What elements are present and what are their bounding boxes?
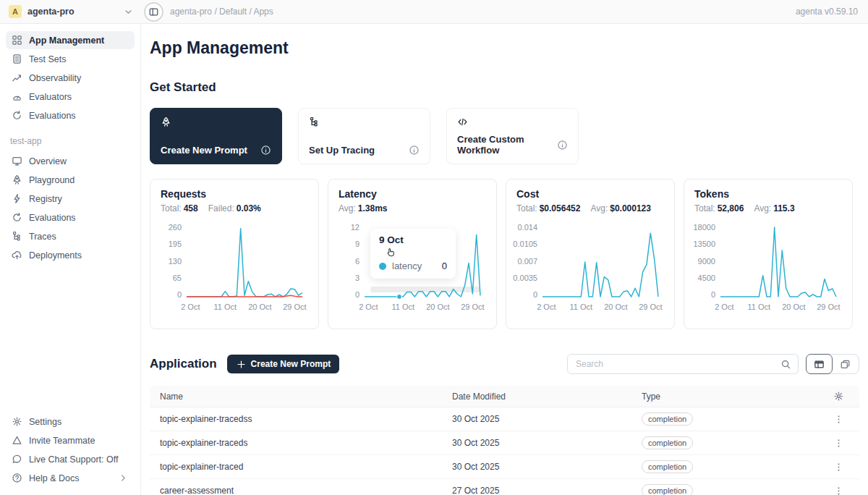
sidebar-item-live-chat-support-off[interactable]: Live Chat Support: Off: [6, 450, 135, 468]
y-axis-ticks: 129630: [339, 224, 365, 299]
sidebar-item-evaluations[interactable]: Evaluations: [6, 208, 135, 227]
info-icon[interactable]: [409, 145, 420, 156]
sidebar-app-section-label: test-app: [6, 125, 135, 152]
application-title: Application: [150, 357, 217, 371]
sidebar-main-nav: App ManagementTest SetsObservabilityEval…: [6, 31, 135, 125]
tracing-tree-icon: [309, 117, 420, 127]
sidebar-item-label: Registry: [29, 194, 129, 204]
sidebar-item-help-docs[interactable]: Help & Docs: [6, 469, 135, 487]
sidebar-item-label: Settings: [29, 417, 129, 427]
table-view-button[interactable]: [806, 354, 833, 374]
tooltip-date: 9 Oct: [379, 234, 447, 245]
main-content: App Management Get Started Create New Pr…: [142, 24, 868, 495]
metrics-charts: Requests Total:458 Failed:0.03% 26019513…: [150, 179, 859, 329]
bolt-icon: [12, 193, 22, 204]
sidebar-item-observability[interactable]: Observability: [6, 69, 135, 87]
sidebar-item-traces[interactable]: Traces: [6, 227, 135, 245]
breadcrumb: agenta-pro / Default / Apps: [170, 7, 796, 17]
sidebar-item-deployments[interactable]: Deployments: [6, 246, 135, 264]
gear-icon: [12, 416, 22, 427]
rocket-icon: [161, 117, 271, 127]
chart-stats: Total:$0.056452 Avg:$0.000123: [516, 203, 664, 213]
x-axis-ticks: 2 Oct11 Oct20 Oct29 Oct: [720, 302, 836, 312]
x-axis-ticks: 2 Oct11 Oct20 Oct29 Oct: [365, 302, 480, 312]
table-header-row: Name Date Modified Type: [150, 386, 859, 407]
chart-tooltip: 9 Oct latency 0: [370, 229, 456, 279]
tooltip-series-name: latency: [392, 261, 422, 271]
sidebar-item-overview[interactable]: Overview: [6, 152, 135, 170]
row-menu-dots-icon[interactable]: [833, 414, 844, 425]
search-input[interactable]: [574, 358, 780, 370]
refresh-icon: [12, 110, 22, 121]
collapse-sidebar-button[interactable]: [144, 2, 163, 22]
sidebar-item-app-management[interactable]: App Management: [6, 31, 135, 49]
info-icon[interactable]: [557, 140, 568, 151]
table-row[interactable]: topic-explainer-traced30 Oct 2025complet…: [150, 455, 859, 479]
table-row[interactable]: topic-explainer-tracedss30 Oct 2025compl…: [150, 407, 859, 431]
sidebar-item-label: Test Sets: [29, 54, 129, 64]
sidebar-app-nav: OverviewPlaygroundRegistryEvaluationsTra…: [6, 152, 135, 265]
app-date-modified: 30 Oct 2025: [442, 438, 631, 448]
series-dot: [379, 263, 386, 270]
workspace-selector[interactable]: A agenta-pro: [0, 5, 141, 18]
sidebar-item-label: Playground: [29, 175, 129, 185]
sidebar-item-evaluators[interactable]: Evaluators: [6, 88, 135, 106]
column-header-date-modified[interactable]: Date Modified: [442, 392, 631, 402]
column-settings-gear-icon[interactable]: [833, 391, 844, 402]
create-new-prompt-card[interactable]: Create New Prompt: [150, 108, 282, 164]
table-row[interactable]: topic-explainer-traceds30 Oct 2025comple…: [150, 431, 859, 455]
row-menu-dots-icon[interactable]: [833, 438, 844, 449]
app-type: completion: [631, 436, 817, 449]
chart-title: Cost: [516, 188, 664, 200]
sidebar-item-label: Evaluations: [29, 111, 129, 121]
sidebar-item-registry[interactable]: Registry: [6, 190, 135, 208]
type-badge: completion: [642, 460, 693, 473]
sidebar-item-settings[interactable]: Settings: [6, 412, 135, 431]
app-date-modified: 30 Oct 2025: [442, 462, 631, 472]
get-started-cards: Create New Prompt Set Up Tracing Create …: [150, 108, 859, 164]
cloud-up-icon: [12, 250, 22, 261]
tooltip-series-value: 0: [429, 261, 447, 271]
app-date-modified: 30 Oct 2025: [442, 414, 631, 424]
create-custom-workflow-card[interactable]: Create Custom Workflow: [446, 108, 579, 164]
sidebar-item-invite-teammate[interactable]: Invite Teammate: [6, 431, 135, 449]
table-body: topic-explainer-tracedss30 Oct 2025compl…: [150, 407, 859, 495]
y-axis-ticks: 1800013500900045000: [694, 224, 720, 299]
application-header: Application Create New Prompt: [150, 354, 859, 374]
sidebar-item-label: Overview: [29, 156, 129, 166]
chart-stats: Total:458 Failed:0.03%: [161, 203, 308, 213]
requests-plot[interactable]: [187, 224, 302, 299]
row-menu-dots-icon[interactable]: [833, 486, 844, 495]
app-name: topic-explainer-tracedss: [150, 414, 442, 424]
cost-plot[interactable]: [542, 224, 658, 299]
app-type: completion: [631, 484, 817, 495]
sidebar-item-evaluations[interactable]: Evaluations: [6, 106, 135, 124]
column-header-name[interactable]: Name: [150, 392, 442, 402]
tree-icon: [12, 231, 22, 242]
type-badge: completion: [642, 484, 693, 495]
requests-chart-card: Requests Total:458 Failed:0.03% 26019513…: [150, 179, 319, 329]
app-date-modified: 27 Oct 2025: [442, 486, 631, 495]
y-axis-ticks: 260195130650: [161, 224, 187, 299]
x-axis-ticks: 2 Oct11 Oct20 Oct29 Oct: [187, 302, 302, 312]
sidebar-item-test-sets[interactable]: Test Sets: [6, 50, 135, 68]
tokens-chart-card: Tokens Total:52,806 Avg:115.3 1800013500…: [684, 179, 853, 329]
sidebar-item-label: Invite Teammate: [29, 436, 129, 446]
view-toggle: [806, 354, 859, 374]
card-view-button[interactable]: [832, 354, 859, 374]
sidebar-item-playground[interactable]: Playground: [6, 171, 135, 189]
column-header-type[interactable]: Type: [631, 392, 817, 402]
info-icon[interactable]: [260, 145, 271, 156]
table-view-icon: [814, 359, 825, 370]
tokens-plot[interactable]: [720, 224, 836, 299]
set-up-tracing-card[interactable]: Set Up Tracing: [298, 108, 430, 164]
search-icon[interactable]: [780, 359, 791, 370]
sidebar-item-label: Deployments: [29, 250, 129, 261]
y-axis-ticks: 0.0140.01050.0070.00350: [516, 224, 542, 299]
row-menu-dots-icon[interactable]: [833, 462, 844, 473]
chat-icon: [12, 454, 22, 465]
workspace-avatar: A: [9, 5, 22, 18]
chart-line-icon: [12, 72, 22, 83]
create-new-prompt-button[interactable]: Create New Prompt: [227, 355, 340, 373]
table-row[interactable]: career-assessment27 Oct 2025completion: [150, 479, 859, 495]
